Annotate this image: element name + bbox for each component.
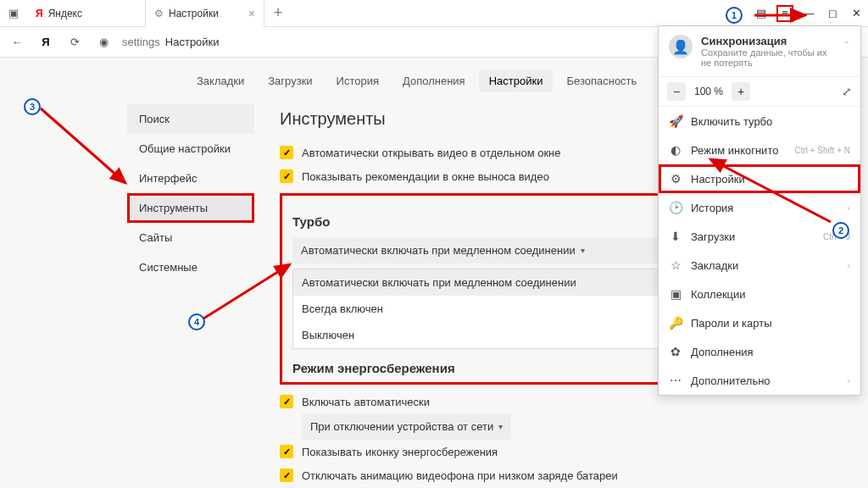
maximize-icon[interactable]: ◻: [824, 5, 841, 22]
check-label: Автоматически открывать видео в отдельно…: [302, 147, 561, 159]
fullscreen-icon[interactable]: ⤢: [842, 85, 852, 98]
check-label: Отключать анимацию видеофона при низком …: [302, 469, 618, 482]
menu-item-0[interactable]: 🚀Включить турбо: [659, 107, 860, 136]
menu-item-label: Коллекции: [691, 288, 746, 301]
zoom-value: 100 %: [689, 86, 728, 97]
zoom-in-button[interactable]: +: [732, 82, 750, 101]
menu-item-icon: ⋯: [669, 374, 682, 387]
close-window-icon[interactable]: ✕: [848, 5, 865, 22]
energy-select[interactable]: При отключении устройства от сети ▾: [302, 413, 511, 440]
select-value: Автоматически включать при медленном сое…: [301, 244, 576, 257]
reload-button[interactable]: ⟳: [64, 32, 85, 53]
topnav-downloads[interactable]: Загрузки: [258, 69, 322, 92]
chevron-right-icon: ›: [847, 375, 850, 385]
sidebar-system[interactable]: Системные: [127, 252, 254, 282]
menu-item-7[interactable]: 🔑Пароли и карты: [659, 308, 860, 337]
annotation-marker-4: 4: [188, 313, 205, 330]
sidebar-tools[interactable]: Инструменты: [127, 193, 254, 223]
yandex-home-icon[interactable]: Я: [36, 32, 56, 53]
back-button[interactable]: ←: [7, 32, 27, 53]
check-label: Показывать рекомендации в окне выноса ви…: [302, 170, 549, 183]
checkbox-icon: ✓: [280, 445, 293, 458]
menu-item-label: Загрузки: [691, 230, 735, 243]
close-icon[interactable]: ×: [248, 7, 255, 20]
address-path: Настройки: [165, 36, 220, 48]
shortcut-label: Ctrl + Shift + N: [794, 146, 850, 155]
annotation-marker-3: 3: [24, 98, 41, 115]
menu-item-icon: ◐: [669, 143, 682, 157]
sidebar-toggle-icon[interactable]: ▣: [0, 0, 27, 27]
tab-yandex[interactable]: Я Яндекс: [27, 0, 146, 27]
bookmark-all-icon[interactable]: ▤: [753, 5, 770, 22]
menu-item-icon: ⚙: [669, 172, 682, 186]
menu-item-1[interactable]: ◐Режим инкогнитоCtrl + Shift + N: [659, 136, 860, 164]
topnav-bookmarks[interactable]: Закладки: [186, 69, 254, 92]
menu-item-icon: 🕑: [669, 201, 682, 214]
menu-item-label: Настройки: [691, 173, 745, 186]
menu-item-3[interactable]: 🕑История›: [659, 193, 860, 222]
menu-item-icon: ⬇: [669, 230, 682, 243]
gear-icon: ⚙: [154, 8, 164, 19]
check-label: Включать автоматически: [302, 396, 430, 408]
annotation-marker-2: 2: [832, 222, 849, 239]
menu-item-label: Режим инкогнито: [691, 144, 778, 157]
check-label: Показывать иконку энергосбережения: [302, 446, 498, 458]
sidebar-general[interactable]: Общие настройки: [127, 134, 254, 164]
chevron-down-icon: ⌄: [843, 35, 850, 46]
menu-item-4[interactable]: ⬇ЗагрузкиCtrl + J: [659, 222, 860, 251]
menu-item-label: Пароли и карты: [691, 317, 772, 330]
chevron-down-icon: ▾: [581, 246, 585, 255]
menu-item-label: Закладки: [691, 259, 738, 272]
checkbox-icon: ✓: [280, 146, 293, 159]
topnav-security[interactable]: Безопасность: [556, 69, 647, 92]
sync-title: Синхронизация: [701, 35, 834, 47]
sidebar-search[interactable]: Поиск: [127, 104, 254, 134]
menu-item-label: Дополнительно: [691, 374, 771, 387]
shield-icon[interactable]: ◉: [93, 32, 114, 53]
main-menu: 👤 Синхронизация Сохраните данные, чтобы …: [658, 25, 861, 396]
tab-label: Яндекс: [48, 8, 82, 19]
menu-item-icon: ✿: [669, 345, 682, 358]
menu-icon[interactable]: ≡: [776, 5, 793, 22]
checkbox-icon: ✓: [280, 169, 293, 183]
menu-item-icon: ▣: [669, 287, 682, 301]
menu-item-icon: 🔑: [669, 316, 682, 330]
settings-sidebar: Поиск Общие настройки Интерфейс Инструме…: [127, 104, 254, 488]
menu-item-label: Включить турбо: [691, 115, 772, 128]
menu-item-8[interactable]: ✿Дополнения: [659, 337, 860, 366]
topnav-addons[interactable]: Дополнения: [392, 69, 476, 92]
chevron-right-icon: ›: [847, 202, 850, 213]
checkbox-icon: ✓: [280, 469, 293, 482]
sync-header[interactable]: 👤 Синхронизация Сохраните данные, чтобы …: [659, 26, 860, 76]
menu-item-5[interactable]: ☆Закладки›: [659, 251, 860, 280]
menu-item-icon: 🚀: [669, 114, 682, 128]
zoom-out-button[interactable]: −: [667, 82, 686, 101]
yandex-icon: Я: [36, 8, 43, 19]
address-host: settings: [122, 36, 160, 48]
tab-label: Настройки: [169, 8, 219, 19]
chevron-down-icon: ▾: [498, 422, 503, 431]
new-tab-button[interactable]: +: [264, 4, 292, 22]
chevron-right-icon: ›: [847, 260, 850, 270]
menu-item-9[interactable]: ⋯Дополнительно›: [659, 366, 860, 395]
select-value: При отключении устройства от сети: [310, 420, 493, 433]
check-energy-icon[interactable]: ✓ Показывать иконку энергосбережения: [280, 440, 754, 463]
menu-item-6[interactable]: ▣Коллекции: [659, 280, 860, 308]
checkbox-icon: ✓: [280, 395, 293, 408]
menu-item-label: История: [691, 202, 733, 214]
avatar-icon: 👤: [669, 35, 693, 58]
minimize-icon[interactable]: —: [800, 5, 817, 22]
topnav-settings[interactable]: Настройки: [479, 69, 554, 92]
menu-item-label: Дополнения: [691, 346, 754, 358]
sync-subtitle: Сохраните данные, чтобы их не потерять: [701, 47, 834, 68]
menu-item-2[interactable]: ⚙Настройки: [659, 164, 860, 193]
topnav-history[interactable]: История: [326, 69, 389, 92]
tab-settings[interactable]: ⚙ Настройки ×: [146, 0, 264, 27]
check-energy-anim[interactable]: ✓ Отключать анимацию видеофона при низко…: [280, 463, 754, 487]
menu-item-icon: ☆: [669, 258, 682, 272]
zoom-controls: − 100 % + ⤢: [659, 76, 860, 107]
sidebar-sites[interactable]: Сайты: [127, 223, 254, 252]
sidebar-interface[interactable]: Интерфейс: [127, 164, 254, 193]
annotation-marker-1: 1: [726, 7, 743, 24]
